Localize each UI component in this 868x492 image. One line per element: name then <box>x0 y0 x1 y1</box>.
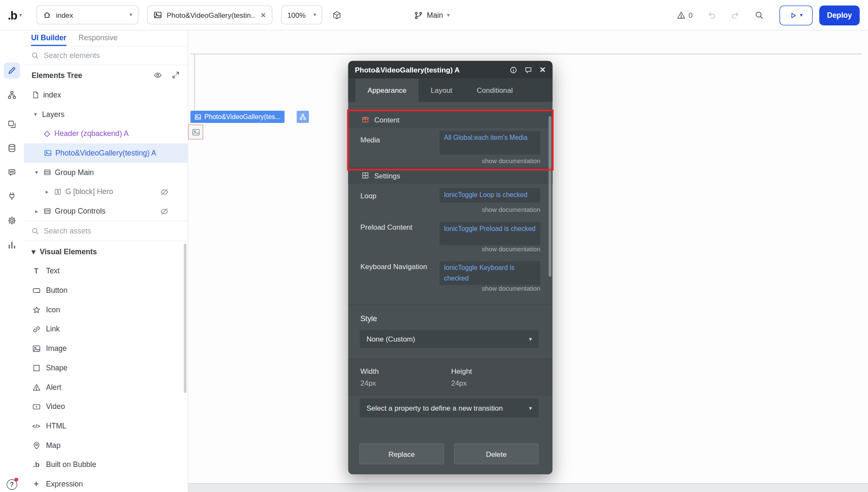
eye-icon[interactable] <box>153 71 162 80</box>
preload-doc-link[interactable]: show documentation <box>482 246 540 253</box>
tab-appearance[interactable]: Appearance <box>356 78 419 102</box>
branch-selector[interactable]: Main ▾ <box>414 0 450 31</box>
preload-value[interactable]: IonicToggle Preload is checked <box>444 225 536 232</box>
tab-responsive[interactable]: Responsive <box>78 31 117 46</box>
plus-icon: + <box>31 479 41 489</box>
image-icon <box>31 344 41 353</box>
frames-icon[interactable] <box>4 116 20 132</box>
element-text[interactable]: T Text <box>24 261 188 281</box>
replace-button[interactable]: Replace <box>359 443 444 464</box>
loop-value[interactable]: IonicToggle Loop is checked <box>444 191 528 199</box>
style-dropdown-value: None (Custom) <box>367 335 415 343</box>
tree-item-header[interactable]: Header (zqbackend) A <box>24 124 188 144</box>
element-label: Video <box>46 403 65 411</box>
element-label: Link <box>46 325 59 334</box>
tree-item-group-controls[interactable]: ▸ Group Controls <box>24 201 188 221</box>
styles-icon[interactable] <box>4 164 20 181</box>
keyboard-value-box[interactable]: IonicToggle Keyboard is checked <box>440 261 540 285</box>
tree-item-label: Header (zqbackend) A <box>54 130 128 138</box>
chevron-right-icon[interactable]: ▸ <box>44 189 50 195</box>
settings-gear-icon[interactable] <box>4 213 20 229</box>
chevron-down-icon[interactable]: ▾ <box>32 111 39 117</box>
loop-value-box[interactable]: IonicToggle Loop is checked <box>440 188 540 203</box>
info-icon[interactable] <box>509 66 518 74</box>
button-icon <box>31 286 41 295</box>
media-value[interactable]: All Global:each item's Media <box>444 134 528 142</box>
tree-item-layers[interactable]: ▾ Layers <box>24 105 188 124</box>
tree-item-index[interactable]: index <box>24 85 188 105</box>
chevron-down-icon: ▾ <box>19 12 22 18</box>
home-icon <box>43 11 52 19</box>
search-icon[interactable] <box>754 11 764 20</box>
tree-item-block-hero[interactable]: ▸ G [block] Hero <box>24 182 188 202</box>
popup-scrollbar[interactable] <box>548 116 551 277</box>
search-assets-input[interactable] <box>44 227 160 236</box>
element-hierarchy-button[interactable] <box>297 111 309 123</box>
property-editor: Photo&VideoGallery(testing) A ✕ Appearan… <box>348 61 553 475</box>
loop-doc-link[interactable]: show documentation <box>482 206 540 213</box>
element-image[interactable]: Image <box>24 339 188 358</box>
transition-dropdown[interactable]: Select a property to define a new transi… <box>360 398 539 417</box>
database-icon[interactable] <box>4 140 20 156</box>
eye-off-icon[interactable] <box>160 207 169 216</box>
page-selector[interactable]: index ▾ <box>36 6 138 24</box>
comment-icon[interactable] <box>524 66 533 74</box>
plugins-icon[interactable] <box>4 188 20 204</box>
element-selector[interactable]: Photo&VideoGallery(testin... ✕ <box>147 6 272 24</box>
selected-image-element[interactable] <box>188 125 203 139</box>
element-shape[interactable]: Shape <box>24 358 188 378</box>
preload-value-box[interactable]: IonicToggle Preload is checked <box>440 222 540 245</box>
element-icon[interactable]: Icon <box>24 300 188 320</box>
selected-element-chip[interactable]: Photo&VideoGallery(tes... <box>190 111 284 123</box>
visual-elements-header[interactable]: ▾ Visual Elements <box>24 241 188 261</box>
style-dropdown[interactable]: None (Custom) ▾ <box>360 330 539 348</box>
element-map[interactable]: Map <box>24 436 188 455</box>
expand-icon[interactable] <box>172 71 180 80</box>
redo-icon[interactable] <box>731 11 740 20</box>
image-icon <box>153 11 162 19</box>
topbar-buttons: ▾ Deploy <box>779 5 860 25</box>
content-section-title: Content <box>374 115 399 124</box>
element-alert[interactable]: Alert <box>24 378 188 397</box>
page-icon <box>31 91 40 99</box>
element-link[interactable]: Link <box>24 320 188 339</box>
close-icon[interactable]: ✕ <box>540 65 546 74</box>
close-icon[interactable]: ✕ <box>260 11 266 19</box>
keyboard-value[interactable]: IonicToggle Keyboard is checked <box>444 264 515 282</box>
design-pencil-icon[interactable] <box>4 63 20 79</box>
chevron-down-icon[interactable]: ▾ <box>33 170 40 175</box>
element-button[interactable]: Button <box>24 281 188 300</box>
keyboard-doc-link[interactable]: show documentation <box>482 285 540 292</box>
tree-item-group-main[interactable]: ▾ Group Main <box>24 163 188 182</box>
zoom-selector[interactable]: 100% ▾ <box>281 6 323 24</box>
element-video[interactable]: Video <box>24 397 188 416</box>
tab-conditional[interactable]: Conditional <box>465 78 525 102</box>
tab-layout[interactable]: Layout <box>419 78 465 102</box>
workflow-icon[interactable] <box>4 87 20 103</box>
search-icon <box>31 51 39 60</box>
group-icon <box>43 168 52 177</box>
chevron-right-icon[interactable]: ▸ <box>33 208 40 214</box>
component-library-icon[interactable] <box>332 11 342 20</box>
tab-ui-builder[interactable]: UI Builder <box>31 31 66 46</box>
columns-icon <box>54 188 62 196</box>
element-html[interactable]: </> HTML <box>24 416 188 436</box>
height-value: 24px <box>451 379 467 388</box>
tree-item-photo-video-gallery[interactable]: Photo&VideoGallery(testing) A <box>24 143 188 163</box>
panel-scrollbar[interactable] <box>184 244 187 393</box>
delete-button[interactable]: Delete <box>454 443 539 464</box>
search-elements-input[interactable] <box>44 51 160 60</box>
media-value-box[interactable]: All Global:each item's Media <box>440 131 540 155</box>
deploy-button[interactable]: Deploy <box>819 5 860 25</box>
undo-icon[interactable] <box>707 11 716 20</box>
preview-button[interactable]: ▾ <box>779 5 812 25</box>
element-built-on-bubble[interactable]: .b Built on Bubble <box>24 455 188 475</box>
logs-chart-icon[interactable] <box>4 237 20 253</box>
media-doc-link[interactable]: show documentation <box>482 158 540 164</box>
element-expression[interactable]: + Expression <box>24 474 188 492</box>
help-icon[interactable]: ? <box>4 477 20 492</box>
issues-indicator[interactable]: 0 <box>676 11 693 20</box>
eye-off-icon[interactable] <box>160 187 169 196</box>
bubble-logo-menu[interactable]: .b ▾ <box>8 0 22 31</box>
property-editor-titlebar[interactable]: Photo&VideoGallery(testing) A ✕ <box>348 61 553 79</box>
